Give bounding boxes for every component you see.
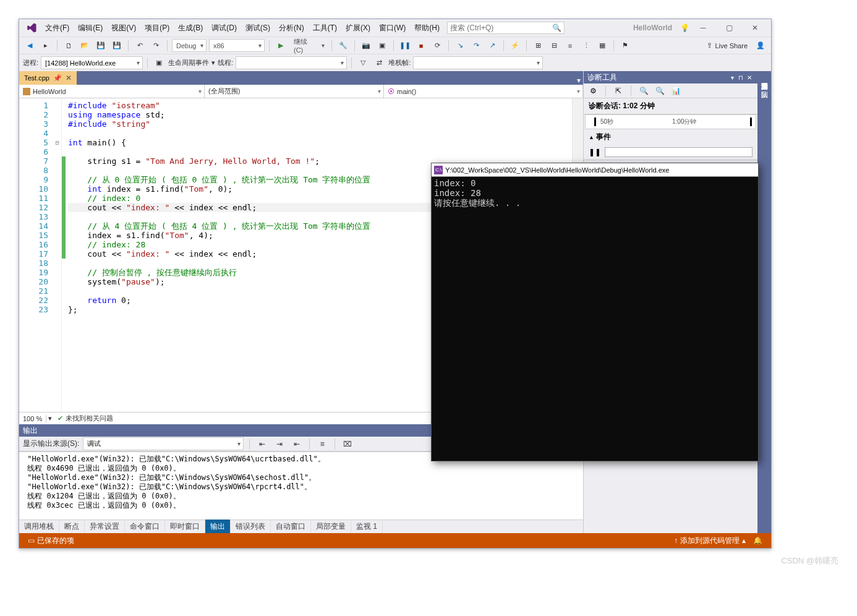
step-into-icon[interactable]: ↘ (453, 39, 467, 53)
zoom-in-icon[interactable]: 🔍 (638, 85, 649, 96)
diag-timeline[interactable]: 50秒 1:00分钟 (585, 114, 756, 129)
issues-status[interactable]: ✔未找到相关问题 (54, 414, 117, 423)
menu-test[interactable]: 测试(S) (242, 21, 274, 35)
out-tool-1[interactable]: ⇤ (255, 437, 269, 451)
bottom-tab-即时窗口[interactable]: 即时窗口 (165, 520, 205, 534)
tool-icon-1[interactable]: 🔧 (336, 39, 350, 53)
restart-icon[interactable]: ⟳ (430, 39, 444, 53)
function-icon: ⦿ (388, 88, 394, 95)
thread-combo[interactable] (236, 56, 347, 69)
menu-file[interactable]: 文件(F) (41, 21, 73, 35)
tool-icon-9[interactable]: ⚑ (618, 39, 632, 53)
console-window[interactable]: C:\ Y:\002_WorkSpace\002_VS\HelloWorld\H… (431, 163, 759, 461)
bottom-tab-局部变量[interactable]: 局部变量 (311, 520, 351, 534)
zoom-out-icon[interactable]: 🔍 (654, 85, 665, 96)
step-over-icon[interactable]: ↷ (469, 39, 483, 53)
menu-edit[interactable]: 编辑(E) (74, 21, 106, 35)
output-source-combo[interactable]: 调试 (83, 437, 244, 450)
bottom-tab-自动窗口[interactable]: 自动窗口 (271, 520, 311, 534)
pin-icon[interactable]: 📌 (53, 74, 62, 82)
bottom-tab-输出[interactable]: 输出 (205, 520, 231, 534)
menu-project[interactable]: 项目(P) (141, 21, 173, 35)
account-icon[interactable]: 👤 (754, 39, 767, 53)
status-scm[interactable]: ↑添加到源代码管理▴ (670, 536, 749, 546)
tab-test-cpp[interactable]: Test.cpp 📌 ✕ (19, 71, 77, 85)
lifecycle-icon[interactable]: ▣ (152, 56, 166, 70)
nav-func[interactable]: ⦿main() (384, 85, 583, 98)
maximize-button[interactable]: ▢ (717, 20, 741, 35)
tool-icon-2[interactable]: ▣ (375, 39, 389, 53)
search-input[interactable]: 搜索 (Ctrl+Q)🔍 (447, 22, 565, 34)
nav-fwd-icon[interactable]: ▸ (39, 39, 53, 53)
close-button[interactable]: ✕ (743, 20, 767, 35)
out-tool-3[interactable]: ⇤ (290, 437, 304, 451)
open-icon[interactable]: 📂 (78, 39, 92, 53)
tool-icon-7[interactable]: ⋮ (579, 39, 593, 53)
stack-combo[interactable] (413, 56, 543, 69)
out-clear-icon[interactable]: ⌧ (341, 437, 354, 451)
docs-dropdown-icon[interactable]: ▾ (574, 76, 583, 85)
platform-combo[interactable]: x86 (209, 39, 265, 52)
threads-icon[interactable]: ⇄ (372, 56, 386, 70)
sidetab-team[interactable]: 团队 (759, 82, 770, 90)
notifications-icon[interactable]: 🔔 (749, 536, 766, 545)
diag-dropdown-icon[interactable]: ▾ (728, 74, 736, 81)
tool-icon-6[interactable]: ≡ (563, 39, 577, 53)
diag-events[interactable]: ▲事件 (584, 129, 757, 145)
nav-scope[interactable]: HelloWorld (19, 85, 205, 98)
save-all-icon[interactable]: 💾 (110, 39, 124, 53)
diag-pin-icon[interactable]: ⊓ (736, 74, 745, 81)
output-text[interactable]: "HelloWorld.exe"(Win32): 已加载"C:\Windows\… (19, 451, 583, 520)
diag-close-icon[interactable]: ✕ (745, 74, 754, 81)
filter-icon[interactable]: ▽ (356, 56, 370, 70)
tool-icon-4[interactable]: ⊞ (531, 39, 545, 53)
new-icon[interactable]: 🗋 (62, 39, 75, 53)
zoom-level[interactable]: 100 % (19, 415, 46, 422)
menu-window[interactable]: 窗口(W) (375, 21, 409, 35)
bottom-tab-调用堆栈[interactable]: 调用堆栈 (19, 520, 59, 534)
console-titlebar[interactable]: C:\ Y:\002_WorkSpace\002_VS\HelloWorld\H… (432, 163, 758, 177)
undo-icon[interactable]: ↶ (133, 39, 147, 53)
minimize-button[interactable]: ─ (691, 20, 715, 35)
fold-column[interactable]: ⊟ (53, 98, 62, 412)
save-icon[interactable]: 💾 (94, 39, 108, 53)
tab-close-icon[interactable]: ✕ (66, 74, 72, 82)
out-tool-2[interactable]: ⇥ (273, 437, 286, 451)
menu-analyze[interactable]: 分析(N) (275, 21, 308, 35)
nav-back-icon[interactable]: ◀ (23, 39, 36, 53)
bottom-tab-监视 1[interactable]: 监视 1 (351, 520, 383, 534)
bottom-tab-异常设置[interactable]: 异常设置 (85, 520, 125, 534)
step-out-icon[interactable]: ↗ (485, 39, 499, 53)
menu-extensions[interactable]: 扩展(X) (342, 21, 374, 35)
stop-icon[interactable]: ■ (414, 39, 428, 53)
chart-icon[interactable]: 📊 (670, 85, 681, 96)
bottom-tab-断点[interactable]: 断点 (59, 520, 85, 534)
menu-help[interactable]: 帮助(H) (411, 21, 443, 35)
menu-debug[interactable]: 调试(D) (208, 21, 241, 35)
console-output: index: 0 index: 28 请按任意键继续. . . (432, 177, 758, 461)
expand-icon[interactable]: ⇱ (613, 85, 624, 96)
config-combo[interactable]: Debug (172, 39, 207, 52)
gear-icon[interactable]: ⚙ (587, 85, 599, 96)
tool-icon-3[interactable]: ⚡ (508, 39, 522, 53)
screenshot-icon[interactable]: 📷 (359, 39, 373, 53)
continue-button[interactable]: 继续(C) (290, 39, 327, 52)
process-combo[interactable]: [14288] HelloWorld.exe (41, 56, 143, 69)
live-share-button[interactable]: ⇪Live Share (703, 40, 751, 51)
bottom-tab-命令窗口[interactable]: 命令窗口 (125, 520, 165, 534)
menu-bar: 文件(F) 编辑(E) 视图(V) 项目(P) 生成(B) 调试(D) 测试(S… (19, 19, 771, 36)
feedback-icon[interactable]: 💡 (680, 23, 689, 33)
redo-icon[interactable]: ↷ (149, 39, 163, 53)
nav-scope2[interactable]: (全局范围) (205, 85, 384, 98)
sidetab-solution-explorer[interactable]: 解决方案资源管理器 (759, 74, 770, 81)
menu-tools[interactable]: 工具(T) (309, 21, 341, 35)
tool-icon-5[interactable]: ⊟ (547, 39, 561, 53)
menu-build[interactable]: 生成(B) (174, 21, 207, 35)
continue-icon[interactable]: ▶ (274, 39, 288, 53)
pause-icon[interactable]: ❚❚ (398, 39, 412, 53)
out-tool-4[interactable]: ≡ (315, 437, 329, 451)
tool-icon-8[interactable]: ▦ (595, 39, 609, 53)
menu-view[interactable]: 视图(V) (108, 21, 140, 35)
bottom-tab-错误列表[interactable]: 错误列表 (231, 520, 271, 534)
share-icon: ⇪ (707, 41, 712, 49)
